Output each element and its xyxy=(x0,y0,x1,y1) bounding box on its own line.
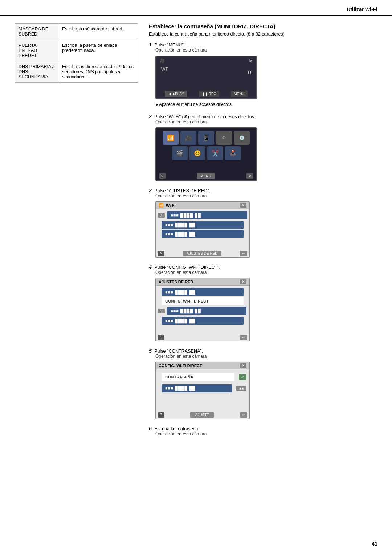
help-button[interactable]: ? xyxy=(158,251,164,256)
checkmark-button[interactable]: ✓ xyxy=(239,374,246,380)
settings-table: MÁSCARA DE SUBRED Escriba la máscara de … xyxy=(15,23,138,83)
list-item[interactable]: ■■■ ████ ██ xyxy=(167,211,247,219)
step-text: Pulse "Wi-Fi" (⊛) en el menú de accesos … xyxy=(154,114,255,119)
list-item[interactable]: ■■■ ████ ██ xyxy=(162,288,244,296)
help-button[interactable]: ? xyxy=(158,412,164,418)
step-number: 5 xyxy=(149,348,152,354)
screen4-list: ■■■ ████ ██ CONFIG. Wi-Fi DIRECT ∨ ■■■ █… xyxy=(156,286,249,327)
screen2-content: 📶 🎥 📱 ⚙ 💿 🎬 😊 ✂️ 🕹️ xyxy=(156,128,256,160)
contrasena-item[interactable]: CONTRASEÑA xyxy=(162,373,234,381)
rec-button[interactable]: ❙❙ REC xyxy=(199,91,219,97)
screen5-item2-row: ■■■ ████ ██ ■■ xyxy=(159,383,246,393)
table-row: MÁSCARA DE SUBRED Escriba la máscara de … xyxy=(15,24,138,40)
section-heading: Establecer la contraseña (MONITORIZ. DIR… xyxy=(149,23,377,29)
header-title: Utilizar Wi-Fi xyxy=(347,7,377,12)
back-button[interactable]: ↩ xyxy=(240,412,247,418)
screen5-header: CONFIG. Wi-Fi DIRECT ✕ xyxy=(156,362,249,369)
screen3-list: ∧ ■■■ ████ ██ ■■■ ████ ██ ■■■ ████ ██ xyxy=(156,209,249,241)
close-button[interactable]: ✕ xyxy=(246,173,253,179)
screen4-footer: ? ↩ xyxy=(156,333,249,341)
down-arrow-icon[interactable]: ∨ xyxy=(158,309,165,313)
screen5-list: CONTRASEÑA ✓ ■■■ ████ ██ ■■ xyxy=(156,369,249,396)
screen4-item1: ■■■ ████ ██ xyxy=(159,288,246,296)
left-column: MÁSCARA DE SUBRED Escriba la máscara de … xyxy=(15,23,138,443)
screen2-footer: ? MENU ✕ xyxy=(156,172,256,180)
step-1: 1 Pulse "MENU". Operación en esta cámara… xyxy=(149,42,377,107)
step-text: Pulse "AJUSTES DE RED". xyxy=(154,188,210,193)
list-item[interactable]: ■■■ ████ ██ xyxy=(162,230,244,238)
step-sub: Operación en esta cámara xyxy=(155,119,377,124)
ajuste-button[interactable]: AJUSTE xyxy=(190,412,214,418)
step-sub: Operación en esta cámara xyxy=(155,431,377,436)
screen3-header: 📶 Wi-Fi ✕ xyxy=(156,202,249,209)
table-label: MÁSCARA DE SUBRED xyxy=(15,24,58,40)
face-icon: 😊 xyxy=(189,146,205,160)
page-number: 41 xyxy=(372,541,377,547)
list-item[interactable]: ■■■ ████ ██ xyxy=(167,307,246,315)
close-button[interactable]: ✕ xyxy=(240,363,246,368)
play-button[interactable]: ◄◄PLAY xyxy=(165,91,187,97)
screen3-footer: ? AJUSTES DE RED ↩ xyxy=(156,250,249,257)
camera-screen-1: 🎥 M WT D ◄◄PLAY ❙❙ REC MENU xyxy=(155,56,257,99)
step-sub: Operación en esta cámara xyxy=(155,354,377,359)
list-item[interactable]: ■■■ ████ ██ xyxy=(162,384,232,392)
step-number: 6 xyxy=(149,426,152,431)
right-column: Establecer la contraseña (MONITORIZ. DIR… xyxy=(149,23,377,443)
step-number: 2 xyxy=(149,114,152,119)
screen5-title: CONFIG. Wi-Fi DIRECT xyxy=(159,364,202,368)
config-wifi-direct-item[interactable]: CONFIG. Wi-Fi DIRECT xyxy=(162,297,244,305)
list-item-2: ■■■ ████ ██ xyxy=(159,221,246,229)
screen4-item4: ■■■ ████ ██ xyxy=(159,317,246,325)
section-intro: Establece la contraseña para monitoreo d… xyxy=(149,32,377,37)
camera-screen-2: 📶 🎥 📱 ⚙ 💿 🎬 😊 ✂️ 🕹️ ? xyxy=(155,127,257,181)
back-button[interactable]: ↩ xyxy=(240,335,247,340)
phone-icon: 📱 xyxy=(198,131,214,145)
screen2-row-2: 🎬 😊 ✂️ 🕹️ xyxy=(158,146,254,160)
clapper-icon: 🎬 xyxy=(172,146,188,160)
step-sub: Operación en esta cámara xyxy=(155,48,377,53)
wifi-menu-icon: 📶 xyxy=(163,131,179,145)
list-item-3: ■■■ ████ ██ xyxy=(159,230,246,238)
page-header: Utilizar Wi-Fi xyxy=(0,0,392,16)
table-description: Escriba las direcciones de IP de los ser… xyxy=(58,61,138,83)
scissors-icon: ✂️ xyxy=(207,146,223,160)
screen1-top: 🎥 M xyxy=(156,56,256,65)
step-2: 2 Pulse "Wi-Fi" (⊛) en el menú de acceso… xyxy=(149,114,377,181)
step-number: 4 xyxy=(149,264,152,270)
screen1-inner: 🎥 M WT D ◄◄PLAY ❙❙ REC MENU xyxy=(156,56,256,98)
screen4-item2: CONFIG. Wi-Fi DIRECT xyxy=(159,297,246,305)
ajustes-button[interactable]: AJUSTES DE RED xyxy=(183,251,221,256)
screen4-title: AJUSTES DE RED xyxy=(159,280,193,284)
step-text: Pulse "CONTRASEÑA". xyxy=(154,349,203,354)
step-sub: Operación en esta cámara xyxy=(155,193,377,198)
camera-screen-5: CONFIG. Wi-Fi DIRECT ✕ CONTRASEÑA ✓ ■■■ … xyxy=(155,362,250,419)
settings-icon: ⚙ xyxy=(216,131,232,145)
table-row: DNS PRIMARIA / DNS SECUNDARIA Escriba la… xyxy=(15,61,138,83)
step-number: 3 xyxy=(149,188,152,193)
close-button[interactable]: ✕ xyxy=(240,203,246,208)
item2-btn[interactable]: ■■ xyxy=(236,386,246,391)
list-item[interactable]: ■■■ ████ ██ xyxy=(162,221,244,229)
step-sub: Operación en esta cámara xyxy=(155,270,377,275)
screen3-arrow-row: ∧ ■■■ ████ ██ xyxy=(156,210,249,220)
close-button[interactable]: ✕ xyxy=(240,279,246,284)
screen1-d: D xyxy=(248,70,251,75)
table-description: Escriba la máscara de subred. xyxy=(58,24,138,40)
screen1-mid: WT D xyxy=(156,65,256,73)
menu-label[interactable]: MENU xyxy=(197,173,215,179)
screen1-wt: WT xyxy=(161,67,168,72)
list-item[interactable]: ■■■ ████ ██ xyxy=(162,317,244,325)
up-arrow-icon[interactable]: ∧ xyxy=(158,213,165,218)
step-text: Pulse "MENU". xyxy=(154,42,185,48)
screen1-icon-camera: 🎥 xyxy=(160,58,165,63)
menu-button[interactable]: MENU xyxy=(231,91,247,97)
back-button[interactable]: ↩ xyxy=(240,251,247,256)
screen1-bottom: ◄◄PLAY ❙❙ REC MENU xyxy=(156,89,256,98)
table-label: PUERTA ENTRAD PREDET xyxy=(15,40,58,61)
table-row: PUERTA ENTRAD PREDET Escriba la puerta d… xyxy=(15,40,138,61)
main-content: MÁSCARA DE SUBRED Escriba la máscara de … xyxy=(0,16,392,457)
step-5: 5 Pulse "CONTRASEÑA". Operación en esta … xyxy=(149,348,377,419)
help-button[interactable]: ? xyxy=(158,335,164,340)
help-button[interactable]: ? xyxy=(159,173,166,179)
camera-screen-3: 📶 Wi-Fi ✕ ∧ ■■■ ████ ██ ■■■ ████ ██ ■■■ … xyxy=(155,201,250,258)
